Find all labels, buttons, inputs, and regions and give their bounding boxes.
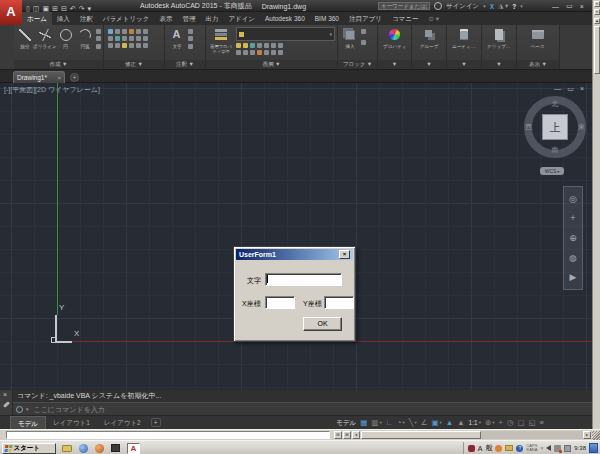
base-view-button[interactable]: ベース — [529, 27, 548, 49]
layer-d-icon[interactable] — [278, 43, 283, 48]
hatch-icon[interactable] — [96, 44, 101, 49]
snap-mode[interactable]: ▥▾ — [371, 416, 381, 429]
viewcube[interactable]: 上 北 南 西 東 — [524, 96, 586, 158]
circle-button[interactable]: 円 — [57, 27, 75, 49]
pan-icon[interactable]: + — [570, 213, 575, 223]
viewcube-top-face[interactable]: 上 — [542, 114, 568, 140]
layer-f-icon[interactable] — [243, 50, 248, 55]
x-coordinate-input[interactable] — [265, 296, 295, 309]
tab-insert[interactable]: 挿入 — [52, 12, 75, 25]
dialog-title-bar[interactable]: UserForm1 × — [236, 249, 353, 260]
ortho-mode[interactable]: ∟ — [386, 416, 393, 429]
paste-button[interactable]: クリップ… — [490, 27, 509, 49]
viewport-controls[interactable]: [-][平面図][2D ワイヤフレーム] — [4, 85, 100, 95]
modify-f-icon[interactable] — [143, 43, 148, 48]
panel-title-groups[interactable]: ▼ — [412, 60, 446, 69]
modify-b-icon[interactable] — [115, 43, 120, 48]
ime-conversion-mode[interactable]: 般 — [485, 443, 492, 453]
layer-freeze-icon[interactable] — [243, 43, 248, 48]
ime-minimize-icon[interactable]: × — [540, 445, 543, 451]
command-close-icon[interactable]: × — [3, 391, 7, 398]
polyline-button[interactable]: ポリライン — [36, 27, 55, 49]
explode-icon[interactable] — [115, 36, 120, 41]
modify-c-icon[interactable] — [122, 43, 127, 48]
command-search-icon[interactable] — [16, 406, 23, 413]
volume-icon[interactable] — [546, 445, 551, 451]
annotation-autoscale[interactable]: ▲ — [457, 416, 464, 429]
layer-b-icon[interactable] — [264, 43, 269, 48]
arc-button[interactable]: 円弧 — [76, 27, 94, 49]
isodraft[interactable]: ∠ — [421, 416, 428, 429]
command-dropdown-icon[interactable]: ▾ — [26, 406, 29, 412]
vertical-scrollbar-thumb[interactable] — [594, 26, 600, 74]
ime-input-mode[interactable]: A — [478, 445, 483, 452]
layer-j-icon[interactable] — [271, 50, 276, 55]
isolate-objects[interactable]: ◷ — [507, 416, 514, 429]
polar-tracking[interactable]: ◔▾ — [397, 416, 405, 429]
leader-icon[interactable] — [188, 36, 193, 41]
dimension-icon[interactable] — [188, 29, 193, 34]
layer-k-icon[interactable] — [278, 50, 283, 55]
start-button[interactable]: スタート — [2, 443, 56, 454]
drawing-minimize-icon[interactable]: — — [554, 85, 561, 93]
dialog-close-icon[interactable]: × — [339, 250, 350, 259]
insert-block-button[interactable]: 挿入 — [340, 27, 359, 49]
resize-grip[interactable] — [592, 431, 600, 440]
tab-view[interactable]: 表示 — [154, 12, 177, 25]
panel-title-clipboard[interactable]: ▼ — [482, 60, 516, 69]
background-child-close-icon[interactable]: × — [594, 9, 600, 15]
ime-tools-icon[interactable] — [495, 445, 502, 452]
command-input[interactable] — [32, 405, 592, 414]
ime-help-icon[interactable]: ? — [516, 445, 523, 452]
ribbon-display-toggle[interactable]: ⊙ ▾ — [423, 12, 444, 25]
offset-icon[interactable] — [143, 36, 148, 41]
communication-center-icon[interactable]: ◮ ▾ — [498, 2, 508, 10]
panel-title-properties[interactable]: ▼ — [378, 60, 411, 69]
tab-layout1[interactable]: レイアウト1 — [46, 416, 97, 429]
tab-home[interactable]: ホーム — [22, 12, 52, 25]
group-button[interactable]: グループ — [420, 27, 439, 49]
panel-title-block[interactable]: ブロック ▼ — [338, 60, 377, 69]
mirror-icon[interactable] — [143, 29, 148, 34]
trim-icon[interactable] — [122, 29, 127, 34]
text-input[interactable] — [265, 273, 342, 286]
application-menu-button[interactable]: A — [0, 0, 22, 25]
tab-annotate[interactable]: 注釈 — [75, 12, 98, 25]
splitter-icon[interactable]: ⊟ — [334, 431, 342, 439]
close-icon[interactable]: × — [580, 3, 584, 10]
wrench-icon[interactable] — [3, 401, 10, 408]
autocad-taskbar-icon[interactable]: A — [127, 443, 140, 454]
clean-screen[interactable]: ◱ — [529, 416, 536, 429]
edit-block-icon[interactable] — [361, 40, 366, 45]
device-icon[interactable] — [564, 445, 571, 452]
new-drawing-tab-button[interactable]: + — [70, 73, 79, 82]
splitter2-icon[interactable]: ⊞ — [343, 431, 351, 439]
stretch-icon[interactable] — [122, 36, 127, 41]
search-icon[interactable] — [434, 2, 442, 10]
help-dropdown-icon[interactable]: ▾ — [520, 3, 523, 9]
tab-addins[interactable]: アドイン — [223, 12, 260, 25]
copy-icon[interactable] — [136, 29, 141, 34]
show-desktop-icon[interactable] — [589, 443, 598, 453]
tray-app-icon[interactable] — [468, 445, 475, 452]
modify-e-icon[interactable] — [136, 43, 141, 48]
annotation-visibility[interactable]: ▲ — [446, 416, 453, 429]
viewcube-south[interactable]: 南 — [552, 145, 559, 155]
line-button[interactable]: 線分 — [16, 27, 34, 49]
drawing-restore-icon[interactable]: ▭ — [567, 85, 574, 93]
customize[interactable]: ≡ — [540, 416, 544, 429]
modify-d-icon[interactable] — [129, 43, 134, 48]
panel-title-annotate[interactable]: 注釈 ▼ — [165, 60, 205, 69]
graphics-performance[interactable]: ▢ — [517, 416, 524, 429]
tab-featured-apps[interactable]: 注目アプリ — [344, 12, 387, 25]
internet-explorer-icon[interactable] — [79, 444, 88, 453]
rectangle-icon[interactable] — [96, 29, 101, 34]
viewcube-north[interactable]: 北 — [552, 99, 559, 109]
command-prompt-icon[interactable] — [111, 444, 120, 452]
layer-on-icon[interactable] — [236, 43, 241, 48]
navigation-wheel-icon[interactable]: ◎ — [569, 194, 577, 204]
drawing-close-icon[interactable]: × — [580, 85, 584, 93]
background-close-icon[interactable]: × — [594, 1, 600, 7]
notification-icon[interactable] — [554, 445, 561, 452]
layer-c-icon[interactable] — [271, 43, 276, 48]
